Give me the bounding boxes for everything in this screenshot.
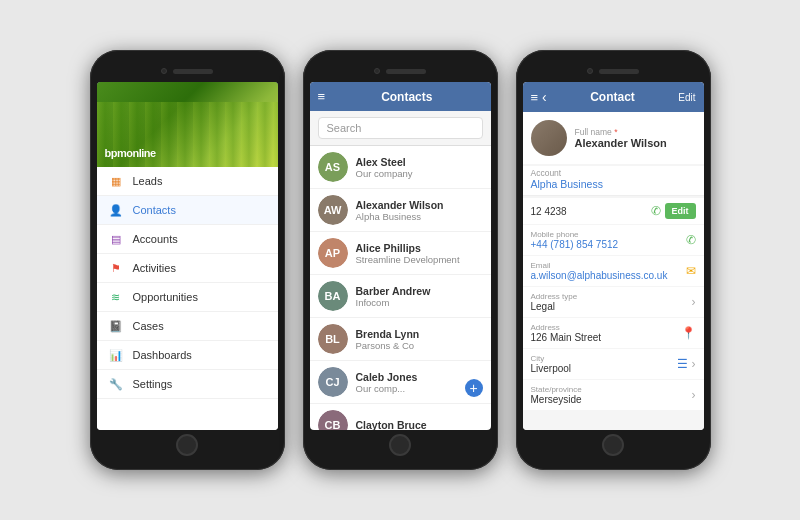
mobile-phone-row: Mobile phone +44 (781) 854 7512 ✆: [523, 225, 704, 255]
settings-icon: 🔧: [107, 377, 125, 391]
contact-company: Parsons & Co: [356, 340, 483, 351]
avatar-clayton-bruce: CB: [318, 410, 348, 430]
contact-info: Barber Andrew Infocom: [356, 285, 483, 308]
email-icon[interactable]: ✉: [686, 264, 696, 278]
account-label: Account: [531, 168, 696, 178]
contact-item-brenda-lynn[interactable]: BL Brenda Lynn Parsons & Co: [310, 318, 491, 361]
contact-company: Our comp...: [356, 383, 483, 394]
home-button-2[interactable]: [389, 434, 411, 456]
phone-top-2: [310, 60, 491, 82]
home-button-3[interactable]: [602, 434, 624, 456]
contact-item-barber-andrew[interactable]: BA Barber Andrew Infocom: [310, 275, 491, 318]
city-row[interactable]: City Liverpool ☰ ›: [523, 349, 704, 379]
front-camera-3: [587, 68, 593, 74]
home-button-1[interactable]: [176, 434, 198, 456]
contact-item-clayton-bruce[interactable]: CB Clayton Bruce: [310, 404, 491, 430]
detail-content: Full name * Alexander Wilson Account Alp…: [523, 112, 704, 430]
phone-3: ≡ ‹ Contact Edit Full name * Alexander W…: [516, 50, 711, 470]
full-name-label: Full name *: [575, 127, 696, 137]
phone-bottom-3: [523, 430, 704, 460]
contact-info: Alexander Wilson Alpha Business: [356, 199, 483, 222]
contacts-header: ≡ Contacts: [310, 82, 491, 111]
menu-item-activities[interactable]: ⚑ Activities: [97, 254, 278, 283]
cases-label: Cases: [133, 320, 164, 332]
dashboards-label: Dashboards: [133, 349, 192, 361]
leads-icon: ▦: [107, 174, 125, 188]
avatar-circle: CB: [318, 410, 348, 430]
phone-edit-row: 12 4238 ✆ Edit: [523, 198, 704, 224]
contact-top-card: Full name * Alexander Wilson: [523, 112, 704, 164]
state-row[interactable]: State/province Merseyside ›: [523, 380, 704, 410]
address-type-content: Address type Legal: [531, 292, 688, 312]
city-content: City Liverpool: [531, 354, 673, 374]
contacts-label: Contacts: [133, 204, 176, 216]
list-icon: ☰: [677, 357, 688, 371]
chevron-right-city: ›: [692, 357, 696, 371]
address-content: Address 126 Main Street: [531, 323, 677, 343]
hamburger-icon[interactable]: ≡: [318, 89, 326, 104]
phone-1: bpmonline ▦ Leads 👤 Contacts ▤ Accounts …: [90, 50, 285, 470]
app-logo: bpmonline: [105, 147, 156, 159]
contact-name: Alex Steel: [356, 156, 483, 168]
address-type-row[interactable]: Address type Legal ›: [523, 287, 704, 317]
menu-item-dashboards[interactable]: 📊 Dashboards: [97, 341, 278, 370]
contact-item-alexander-wilson[interactable]: AW Alexander Wilson Alpha Business: [310, 189, 491, 232]
menu-item-settings[interactable]: 🔧 Settings: [97, 370, 278, 399]
contacts-icon: 👤: [107, 203, 125, 217]
settings-label: Settings: [133, 378, 173, 390]
header-edit-button[interactable]: Edit: [678, 92, 695, 103]
menu-item-cases[interactable]: 📓 Cases: [97, 312, 278, 341]
menu-item-opportunities[interactable]: ≋ Opportunities: [97, 283, 278, 312]
contact-info: Clayton Bruce: [356, 419, 483, 430]
chevron-right-icon: ›: [692, 295, 696, 309]
edit-phone-button[interactable]: Edit: [665, 203, 696, 219]
opportunities-label: Opportunities: [133, 291, 198, 303]
contact-company: Alpha Business: [356, 211, 483, 222]
avatar-barber-andrew: BA: [318, 281, 348, 311]
back-icon[interactable]: ‹: [542, 89, 547, 105]
state-value: Merseyside: [531, 394, 688, 405]
contact-item-caleb-jones[interactable]: CJ Caleb Jones Our comp... +: [310, 361, 491, 404]
detail-title: Contact: [551, 90, 675, 104]
avatar-alex-steel: AS: [318, 152, 348, 182]
avatar-circle: AW: [318, 195, 348, 225]
search-input[interactable]: Search: [318, 117, 483, 139]
mobile-phone-content: Mobile phone +44 (781) 854 7512: [531, 230, 682, 250]
phone-screen-2: ≡ Contacts Search AS Alex Steel Our comp…: [310, 82, 491, 430]
menu-item-accounts[interactable]: ▤ Accounts: [97, 225, 278, 254]
contact-info: Brenda Lynn Parsons & Co: [356, 328, 483, 351]
contacts-title: Contacts: [331, 90, 482, 104]
accounts-icon: ▤: [107, 232, 125, 246]
menu-item-contacts[interactable]: 👤 Contacts: [97, 196, 278, 225]
phone-screen-1: bpmonline ▦ Leads 👤 Contacts ▤ Accounts …: [97, 82, 278, 430]
contact-company: Streamline Development: [356, 254, 483, 265]
add-contact-button[interactable]: +: [465, 379, 483, 397]
avatar-circle: BL: [318, 324, 348, 354]
avatar-brenda-lynn: BL: [318, 324, 348, 354]
map-pin-icon[interactable]: 📍: [681, 326, 696, 340]
avatar-circle: CJ: [318, 367, 348, 397]
avatar-circle: BA: [318, 281, 348, 311]
menu-item-leads[interactable]: ▦ Leads: [97, 167, 278, 196]
contact-info: Alice Phillips Streamline Development: [356, 242, 483, 265]
city-value: Liverpool: [531, 363, 673, 374]
accounts-label: Accounts: [133, 233, 178, 245]
speaker-2: [386, 69, 426, 74]
address-value: 126 Main Street: [531, 332, 677, 343]
contact-info: Alex Steel Our company: [356, 156, 483, 179]
contact-name: Brenda Lynn: [356, 328, 483, 340]
email-label: Email: [531, 261, 682, 270]
front-camera-2: [374, 68, 380, 74]
account-value[interactable]: Alpha Business: [531, 178, 696, 190]
avatar-circle: AP: [318, 238, 348, 268]
mobile-call-icon[interactable]: ✆: [686, 233, 696, 247]
menu-items-container: ▦ Leads 👤 Contacts ▤ Accounts ⚑ Activiti…: [97, 167, 278, 430]
contact-item-alex-steel[interactable]: AS Alex Steel Our company: [310, 146, 491, 189]
contacts-list: AS Alex Steel Our company AW Alexander W…: [310, 146, 491, 430]
city-label: City: [531, 354, 673, 363]
hamburger-icon-detail[interactable]: ≡: [531, 90, 539, 105]
menu-screen: bpmonline ▦ Leads 👤 Contacts ▤ Accounts …: [97, 82, 278, 430]
dashboards-icon: 📊: [107, 348, 125, 362]
phone-call-icon[interactable]: ✆: [651, 204, 661, 218]
contact-item-alice-phillips[interactable]: AP Alice Phillips Streamline Development: [310, 232, 491, 275]
